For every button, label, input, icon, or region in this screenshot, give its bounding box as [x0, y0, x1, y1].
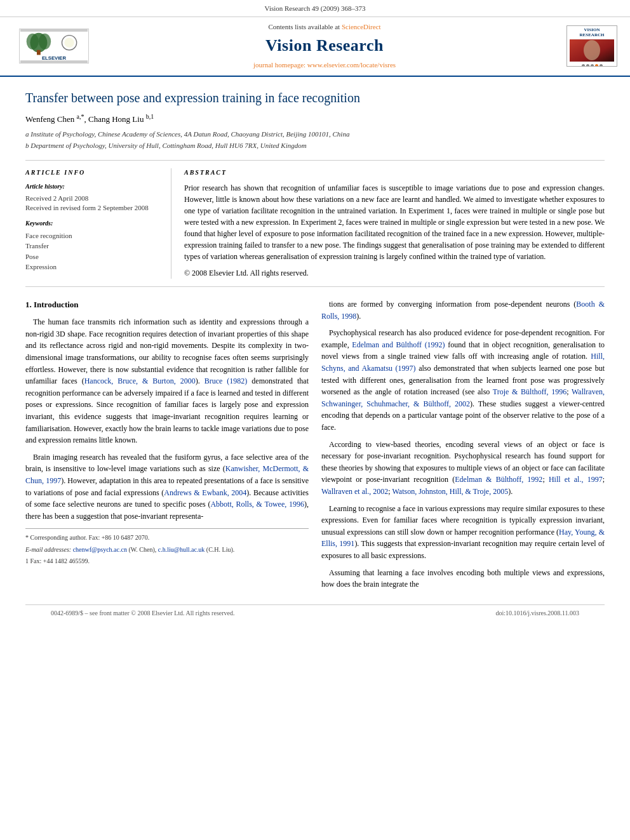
header-left: ELSEVIER [13, 29, 95, 63]
sciencedirect-line: Contents lists available at ScienceDirec… [95, 22, 554, 32]
svg-point-11 [584, 40, 600, 60]
ref-booth[interactable]: Booth & Rolls, 1998 [321, 300, 605, 321]
vr-logo-text: VISIONRESEARCH [579, 25, 606, 37]
abstract-text: Prior research has shown that recognitio… [184, 182, 605, 262]
affiliations: a Institute of Psychology, Chinese Acade… [25, 130, 605, 151]
svg-rect-6 [37, 50, 41, 55]
keywords-label: Keywords: [25, 219, 158, 229]
vr-logo-image [570, 39, 614, 62]
footnote-email: E-mail addresses: chenwf@psych.ac.cn (W.… [25, 545, 309, 555]
doi-line: doi:10.1016/j.visres.2008.11.003 [495, 609, 579, 618]
keyword-list: Face recognition Transfer Pose Expressio… [25, 230, 158, 272]
contents-text: Contents lists available at [268, 23, 340, 30]
keyword-4: Expression [25, 262, 158, 272]
bottom-bar: 0042-6989/$ – see front matter © 2008 El… [25, 604, 605, 622]
homepage-url[interactable]: www.elsevier.com/locate/visres [307, 61, 396, 69]
header-center: Contents lists available at ScienceDirec… [95, 22, 554, 70]
keyword-1: Face recognition [25, 230, 158, 241]
ref-watson[interactable]: Watson, Johnston, Hill, & Troje, 2005 [392, 487, 508, 496]
ref-edelman1[interactable]: Edelman and Bülthoff (1992) [352, 340, 445, 349]
abstract-panel: ABSTRACT Prior research has shown that r… [171, 168, 605, 279]
article-info-panel: ARTICLE INFO Article history: Received 2… [25, 168, 171, 279]
ref-bruce[interactable]: Bruce (1982) [204, 377, 248, 385]
affiliation-a: a Institute of Psychology, Chinese Acade… [25, 130, 605, 140]
right-para1: tions are formed by converging informati… [321, 298, 605, 322]
svg-text:ELSEVIER: ELSEVIER [42, 55, 66, 61]
ref-hill2[interactable]: Hill et al., 1997 [549, 475, 603, 484]
vr-logo-dots [582, 64, 603, 67]
ref-hancock[interactable]: Hancock, Bruce, & Burton, 2000 [84, 377, 196, 385]
article-info-abstract: ARTICLE INFO Article history: Received 2… [25, 160, 605, 288]
received-date: Received 2 April 2008 [25, 194, 158, 203]
intro-para2: Brain imaging research has revealed that… [25, 451, 309, 523]
right-para2: Psychophysical research has also produce… [321, 327, 605, 433]
body-columns: 1. Introduction The human face transmits… [25, 298, 605, 596]
ref-abbott[interactable]: Abbott, Rolls, & Towee, 1996 [210, 500, 304, 509]
intro-para1: The human face transmits rich informatio… [25, 316, 309, 446]
right-para5: Assuming that learning a face involves e… [321, 567, 605, 590]
footnote-area: * Corresponding author. Fax: +86 10 6487… [25, 528, 309, 566]
journal-citation: Vision Research 49 (2009) 368–373 [265, 4, 366, 12]
ref-andrews[interactable]: Andrews & Ewbank, 2004 [164, 488, 246, 497]
right-para3: According to view-based theories, encodi… [321, 439, 605, 498]
homepage-label: journal homepage: [253, 61, 307, 69]
ref-hill[interactable]: Hill, Schyns, and Akamatsu (1997) [321, 352, 605, 373]
svg-point-5 [39, 34, 51, 50]
email-link-1[interactable]: chenwf@psych.ac.cn [73, 546, 127, 553]
ref-edelman2[interactable]: Edelman & Bülthoff, 1992 [455, 475, 542, 484]
author1: Wenfeng Chen a,* [25, 114, 84, 124]
sciencedirect-link[interactable]: ScienceDirect [342, 23, 381, 30]
article-info-heading: ARTICLE INFO [25, 168, 158, 178]
vr-logo-box: VISIONRESEARCH [566, 25, 617, 67]
keywords-section: Keywords: Face recognition Transfer Pose… [25, 219, 158, 272]
footnote-corresponding: * Corresponding author. Fax: +86 10 6487… [25, 533, 309, 543]
top-bar: Vision Research 49 (2009) 368–373 [0, 0, 630, 17]
article-history: Article history: Received 2 April 2008 R… [25, 182, 158, 213]
right-column: tions are formed by converging informati… [321, 298, 605, 596]
elsevier-logo: ELSEVIER [13, 29, 95, 63]
elsevier-logo-img: ELSEVIER [19, 29, 89, 63]
ref-wallraven2[interactable]: Wallraven et al., 2002 [321, 487, 388, 496]
footnote-1: 1 Fax: +44 1482 465599. [25, 556, 309, 566]
right-para4: Learning to recognise a face in various … [321, 503, 605, 562]
keyword-3: Pose [25, 251, 158, 262]
svg-point-8 [64, 38, 74, 48]
intro-heading: 1. Introduction [25, 298, 309, 311]
svg-rect-1 [20, 29, 88, 32]
ref-kanwisher[interactable]: Kanwisher, McDermott, & Chun, 1997 [25, 464, 309, 485]
copyright-line: © 2008 Elsevier Ltd. All rights reserved… [184, 267, 605, 279]
issn-line: 0042-6989/$ – see front matter © 2008 El… [51, 609, 234, 618]
history-label: Article history: [25, 182, 158, 192]
journal-homepage: journal homepage: www.elsevier.com/locat… [95, 60, 554, 70]
author2: Chang Hong Liu b,1 [88, 114, 154, 124]
ref-troje[interactable]: Troje & Bülthoff, 1996 [493, 387, 566, 396]
abstract-heading: ABSTRACT [184, 168, 605, 178]
article-content: Transfer between pose and expression tra… [0, 77, 630, 635]
page: Vision Research 49 (2009) 368–373 [0, 0, 630, 840]
header-right: VISIONRESEARCH [554, 25, 617, 67]
ref-hay[interactable]: Hay, Young, & Ellis, 1991 [321, 528, 605, 549]
left-column: 1. Introduction The human face transmits… [25, 298, 309, 596]
authors-line: Wenfeng Chen a,*, Chang Hong Liu b,1 [25, 112, 605, 126]
received-revised-date: Received in revised form 2 September 200… [25, 203, 158, 213]
keyword-2: Transfer [25, 241, 158, 251]
journal-title: Vision Research [95, 34, 554, 58]
journal-header: ELSEVIER Contents lists available at Sci… [0, 17, 630, 77]
svg-point-4 [27, 34, 39, 50]
affiliation-b: b Department of Psychology, University o… [25, 141, 605, 151]
article-title: Transfer between pose and expression tra… [25, 90, 605, 106]
email-link-2[interactable]: c.h.liu@hull.ac.uk [158, 546, 205, 553]
